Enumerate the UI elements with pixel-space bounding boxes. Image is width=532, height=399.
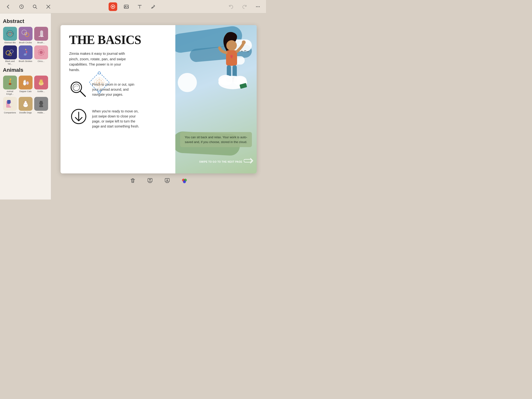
svg-point-69: [242, 40, 246, 44]
sticker-thumb-animal-kingdom: [3, 76, 17, 89]
redo-button[interactable]: [240, 2, 249, 11]
text-tool-button[interactable]: [135, 2, 144, 11]
close-button[interactable]: [44, 2, 53, 11]
back-button[interactable]: [4, 2, 13, 11]
svg-point-35: [23, 80, 26, 83]
svg-marker-51: [41, 101, 43, 102]
sticker-thumb-doodle-dogs: [19, 97, 32, 111]
sticker-label-companions: Companions: [4, 111, 16, 114]
svg-marker-24: [25, 49, 26, 50]
svg-point-39: [39, 80, 43, 83]
auto-save-box: You can sit back and relax. Your work is…: [180, 132, 252, 147]
svg-point-54: [73, 84, 80, 91]
magnify-icon: [69, 80, 88, 99]
sticker-thumb-circu: [34, 45, 48, 59]
sticker-item-abstract-bio[interactable]: Abstract Bio: [3, 27, 17, 44]
top-bar: [0, 0, 266, 13]
svg-point-47: [23, 101, 25, 103]
export-button[interactable]: [145, 175, 155, 186]
cloud-3: [178, 73, 197, 92]
svg-point-44: [10, 103, 13, 107]
svg-point-29: [39, 51, 43, 54]
svg-marker-40: [40, 79, 41, 80]
delete-button[interactable]: [127, 175, 138, 186]
search-button[interactable]: [31, 2, 39, 11]
arrow-down-icon: [69, 107, 88, 126]
undo-button[interactable]: [227, 2, 235, 11]
svg-line-55: [80, 91, 85, 96]
svg-point-32: [10, 78, 11, 80]
sticker-item-companions[interactable]: Companions: [3, 97, 17, 114]
import-button[interactable]: [162, 175, 172, 186]
sticker-thumb-golde: [34, 76, 48, 89]
svg-rect-82: [149, 182, 151, 183]
animals-sticker-grid: Animal Kingd... Dapper Cats: [3, 76, 48, 114]
sticker-label-brush-strokes: Brush Strokes: [19, 60, 32, 63]
pen-tool-button[interactable]: [149, 2, 157, 11]
abstract-sticker-grid: Abstract Bio Brush Circles: [3, 27, 48, 65]
svg-point-14: [259, 6, 260, 7]
sticker-thumb-brush-something: [34, 27, 48, 41]
sticker-label-brush-circles: Brush Circles: [19, 41, 32, 44]
auto-save-text: You can sit back and relax. Your work is…: [185, 135, 247, 144]
svg-point-18: [25, 33, 29, 37]
sticker-item-animal-kingdom[interactable]: Animal Kingd...: [3, 76, 17, 95]
feature-row-zoom: Pinch to zoom in or out, spin your sprea…: [69, 80, 168, 100]
svg-marker-50: [40, 101, 41, 102]
selection-diamond: [87, 70, 111, 95]
sticker-item-brush-strokes[interactable]: Brush Strokes: [19, 45, 32, 65]
svg-point-26: [24, 54, 26, 56]
svg-point-34: [26, 81, 29, 85]
sticker-thumb-brush-strokes: [19, 45, 32, 59]
sticker-item-dapper-cats[interactable]: Dapper Cats: [19, 76, 32, 95]
sticker-thumb-hidde: [34, 97, 48, 111]
colors-button[interactable]: [179, 175, 190, 186]
category-title-animals: Animals: [3, 67, 48, 73]
svg-point-58: [98, 91, 101, 93]
top-bar-right: [209, 2, 262, 11]
birds: [240, 49, 252, 54]
swipe-label: SWIPE TO GO TO THE NEXT PAGE: [199, 160, 242, 163]
swipe-arrow-icon: [244, 157, 253, 166]
top-bar-left: [4, 2, 57, 11]
sticker-label-doodle-dogs: Doodle Dogs: [19, 111, 32, 114]
image-tool-button[interactable]: [122, 2, 131, 11]
girl-figure: [209, 30, 257, 102]
svg-point-22: [10, 50, 13, 53]
svg-point-31: [9, 83, 12, 85]
sticker-item-doodle-dogs[interactable]: Doodle Dogs: [19, 97, 32, 114]
sticker-label-black-yellow: Black and Yel...: [3, 60, 17, 65]
sticker-item-hidde[interactable]: Hidde...: [34, 97, 48, 114]
svg-point-89: [183, 180, 186, 183]
sticker-label-brush-something: Brush...: [37, 41, 45, 44]
sticker-tool-button[interactable]: [109, 2, 117, 11]
history-button[interactable]: [17, 2, 26, 11]
magnify-icon-wrap: [69, 80, 88, 100]
feature-text-swipe: When you're ready to move on, just swipe…: [92, 107, 140, 129]
sticker-label-circu: Circu...: [38, 60, 44, 63]
journal-page: THE BASICS Zinnia makes it easy to journ…: [61, 25, 257, 173]
sticker-item-brush-circles[interactable]: Brush Circles: [19, 27, 32, 44]
journal-area: THE BASICS Zinnia makes it easy to journ…: [51, 13, 266, 200]
sticker-item-brush-something[interactable]: Brush...: [34, 27, 48, 44]
journal-left: THE BASICS Zinnia makes it easy to journ…: [61, 25, 175, 173]
svg-rect-52: [39, 105, 43, 107]
bottom-bar: [127, 173, 190, 188]
journal-features: Pinch to zoom in or out, spin your sprea…: [69, 80, 168, 129]
sticker-item-golde[interactable]: Golde...: [34, 76, 48, 95]
sticker-item-black-yellow[interactable]: Black and Yel...: [3, 45, 17, 65]
sticker-item-circu[interactable]: Circu...: [34, 45, 48, 65]
sticker-thumb-dapper-cats: [19, 76, 32, 89]
svg-point-49: [39, 101, 43, 105]
svg-marker-36: [24, 80, 25, 81]
svg-rect-78: [244, 159, 251, 162]
sticker-thumb-companions: [3, 97, 17, 111]
sticker-thumb-brush-circles: [19, 27, 32, 41]
sticker-label-golde: Golde...: [37, 90, 45, 93]
svg-line-2: [36, 7, 37, 9]
svg-point-48: [26, 101, 28, 103]
svg-point-75: [218, 75, 233, 85]
sticker-label-hidde: Hidde...: [37, 111, 45, 114]
svg-rect-43: [7, 100, 11, 104]
more-button[interactable]: [253, 2, 262, 11]
